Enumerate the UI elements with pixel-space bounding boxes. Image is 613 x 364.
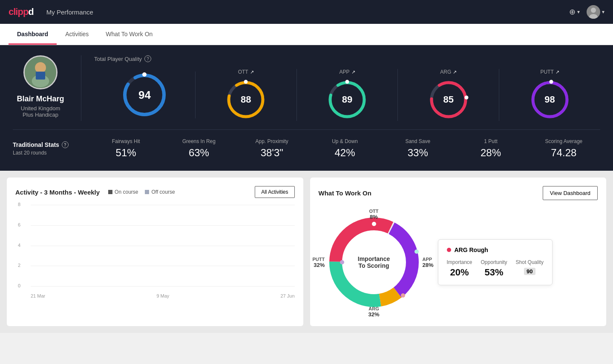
tab-dashboard[interactable]: Dashboard: [9, 24, 57, 45]
stat-sand: Sand Save 33%: [381, 138, 454, 159]
trad-stats-title: Traditional Stats ?: [13, 141, 89, 148]
arg-rough-card: ARG Rough Importance 20% Opportunity 53%…: [438, 239, 553, 285]
bar-group: [119, 286, 132, 287]
trad-stats-help-icon[interactable]: ?: [62, 141, 69, 148]
app-ring: 89: [326, 78, 368, 121]
putt-segment-label: PUTT 32%: [313, 257, 325, 268]
arg-segment-label: ARG 32%: [368, 306, 379, 318]
bar-group: [222, 286, 236, 287]
quality-title: Total Player Quality ?: [94, 55, 600, 62]
grid-label-6: 6: [18, 222, 20, 227]
legend-off-course: Off course: [145, 189, 175, 195]
tab-activities[interactable]: Activities: [57, 24, 97, 45]
on-course-label: On course: [115, 189, 138, 195]
app-circle-item: APP ↗ 89: [297, 69, 398, 121]
stat-proximity-label: App. Proximity: [236, 138, 308, 144]
main-quality-value: 94: [138, 89, 151, 102]
avatar: [587, 5, 600, 19]
plus-icon: ⊕: [569, 7, 576, 17]
ott-ring: 88: [224, 78, 267, 121]
quality-help-icon[interactable]: ?: [144, 55, 151, 62]
top-nav: clippd My Performance ⊕ ▾ ▾: [0, 0, 613, 24]
bar-group: [163, 286, 177, 287]
grid-label-0: 0: [18, 283, 20, 288]
app-label: APP ↗: [339, 69, 355, 75]
grid-label-2: 2: [18, 263, 20, 268]
add-button[interactable]: ⊕ ▾: [569, 7, 580, 17]
stat-sand-value: 33%: [381, 147, 454, 159]
wtwo-panel: What To Work On View Dashboard: [310, 178, 607, 326]
tabs-bar: Dashboard Activities What To Work On: [0, 24, 613, 45]
metric-shot-quality-value: 90: [524, 268, 535, 275]
player-avatar: [23, 55, 58, 89]
bottom-panels: Activity - 3 Months - Weekly On course O…: [0, 171, 613, 333]
quality-section: Total Player Quality ? 94: [81, 55, 600, 121]
svg-point-11: [244, 80, 248, 84]
putt-trend-icon: ↗: [555, 69, 559, 75]
svg-point-26: [372, 222, 376, 226]
stat-scoring-label: Scoring Average: [527, 138, 600, 144]
main-ring: 94: [121, 72, 168, 118]
stat-fairways-value: 51%: [89, 147, 162, 159]
metric-importance-value: 20%: [447, 267, 472, 278]
stat-fairways-label: Fairways Hit: [89, 138, 162, 144]
wtwo-panel-header: What To Work On View Dashboard: [319, 186, 598, 200]
putt-ring: 98: [529, 78, 571, 121]
ott-segment-label: OTT 8%: [369, 209, 379, 220]
arg-label: ARG ↗: [440, 69, 457, 75]
ott-value: 88: [241, 94, 251, 105]
ott-trend-icon: ↗: [250, 69, 254, 75]
view-dashboard-button[interactable]: View Dashboard: [543, 186, 598, 200]
ott-circle-item: OTT ↗ 88: [196, 69, 297, 121]
x-label-jun: 27 Jun: [280, 293, 294, 298]
user-menu-button[interactable]: ▾: [587, 5, 604, 19]
stat-proximity: App. Proximity 38'3": [236, 138, 308, 159]
svg-point-3: [35, 62, 46, 73]
quality-circles: 94 OTT ↗ 88: [94, 69, 600, 121]
player-name: Blair McHarg: [17, 95, 64, 103]
app-value: 89: [342, 94, 352, 105]
stat-proximity-value: 38'3": [236, 147, 308, 159]
wtwo-content: Importance To Scoring OTT 8% APP 28% ARG…: [319, 207, 598, 318]
svg-point-20: [549, 80, 553, 84]
info-card-name: ARG Rough: [455, 246, 488, 253]
stat-sand-label: Sand Save: [381, 138, 454, 144]
x-label-may: 9 May: [156, 293, 169, 298]
traditional-stats-label: Traditional Stats ? Last 20 rounds: [13, 141, 89, 156]
metric-opportunity: Opportunity 53%: [481, 259, 507, 278]
nav-right: ⊕ ▾ ▾: [569, 5, 604, 19]
donut-line2: To Scoring: [358, 262, 390, 269]
metric-importance-label: Importance: [447, 259, 472, 265]
stat-updown-value: 42%: [308, 147, 381, 159]
off-course-dot: [145, 190, 149, 194]
tab-what-to-work-on[interactable]: What To Work On: [97, 24, 161, 45]
logo: clippd: [9, 6, 34, 17]
on-course-dot: [108, 190, 112, 194]
donut-chart: Importance To Scoring OTT 8% APP 28% ARG…: [319, 207, 429, 318]
chart-legend: On course Off course: [108, 189, 175, 195]
main-quality-circle: 94: [94, 72, 196, 118]
activity-panel-header: Activity - 3 Months - Weekly On course O…: [15, 186, 295, 198]
off-course-label: Off course: [151, 189, 175, 195]
stat-updown-label: Up & Down: [308, 138, 381, 144]
bar-group: [89, 286, 103, 287]
all-activities-button[interactable]: All Activities: [255, 186, 294, 198]
arg-circle-item: ARG ↗ 85: [398, 69, 499, 121]
stat-1putt: 1 Putt 28%: [454, 138, 527, 159]
nav-title: My Performance: [46, 9, 93, 16]
stat-greens-label: Greens In Reg: [162, 138, 235, 144]
bar-group: [46, 286, 59, 287]
donut-line1: Importance: [358, 255, 390, 262]
x-label-mar: 21 Mar: [31, 293, 45, 298]
svg-point-29: [340, 260, 344, 264]
metric-opportunity-value: 53%: [481, 267, 507, 278]
stat-fairways: Fairways Hit 51%: [89, 138, 162, 159]
stat-1putt-label: 1 Putt: [454, 138, 527, 144]
bar-group: [134, 286, 147, 287]
red-dot-icon: [447, 248, 451, 252]
activity-chart-title: Activity - 3 Months - Weekly: [15, 189, 100, 196]
bars-container: [31, 205, 295, 287]
svg-point-8: [142, 72, 147, 77]
chevron-down-icon: ▾: [577, 9, 580, 15]
player-info: Blair McHarg United Kingdom Plus Handica…: [13, 55, 81, 121]
